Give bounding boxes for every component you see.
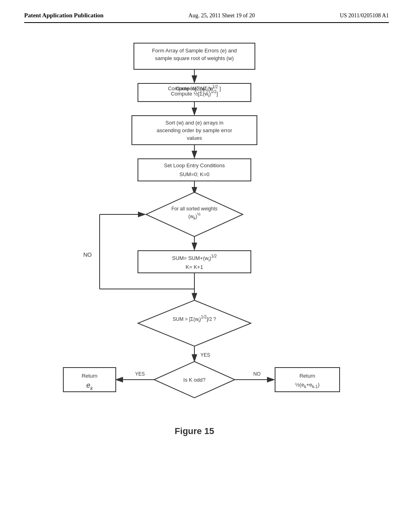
svg-text:ascending order by sample erro: ascending order by sample error: [156, 127, 232, 133]
svg-text:NO: NO: [253, 371, 261, 377]
svg-text:K= K+1: K= K+1: [186, 264, 203, 270]
svg-text:Form Array of Sample Errors (e: Form Array of Sample Errors (e) and: [152, 48, 237, 54]
svg-text:SUM= SUM+(wi)1/2: SUM= SUM+(wi)1/2: [172, 254, 217, 262]
svg-text:Figure 15: Figure 15: [175, 426, 214, 436]
svg-text:sample square root of weights : sample square root of weights (w): [155, 55, 234, 61]
svg-marker-19: [146, 192, 243, 237]
svg-text:values: values: [187, 135, 202, 141]
publication-label: Patent Application Publication: [24, 12, 104, 19]
date-sheet-label: Aug. 25, 2011 Sheet 19 of 20: [188, 12, 254, 19]
page: Patent Application Publication Aug. 25, …: [0, 0, 413, 532]
svg-text:Sort (w) and (e) arrays in: Sort (w) and (e) arrays in: [165, 120, 223, 126]
svg-text:YES: YES: [135, 371, 145, 377]
svg-text:For all sorted weights: For all sorted weights: [171, 206, 217, 212]
flowchart-svg: Form Array of Sample Errors (e) and samp…: [25, 39, 388, 482]
svg-text:SUM > [Σ(wi)1/2]/2 ?: SUM > [Σ(wi)1/2]/2 ?: [173, 315, 216, 323]
svg-rect-45: [275, 368, 340, 392]
svg-text:NO: NO: [83, 251, 92, 258]
svg-marker-32: [138, 300, 251, 346]
svg-text:Return: Return: [81, 373, 97, 379]
svg-text:YES: YES: [200, 352, 210, 358]
svg-text:Is K odd?: Is K odd?: [184, 377, 206, 383]
svg-text:Return: Return: [299, 373, 315, 379]
patent-number-label: US 2011/0205108 A1: [340, 12, 389, 19]
svg-text:Set Loop Entry Conditions: Set Loop Entry Conditions: [164, 162, 225, 168]
svg-text:SUM=0; K=0: SUM=0; K=0: [179, 171, 209, 177]
page-header: Patent Application Publication Aug. 25, …: [24, 12, 389, 23]
